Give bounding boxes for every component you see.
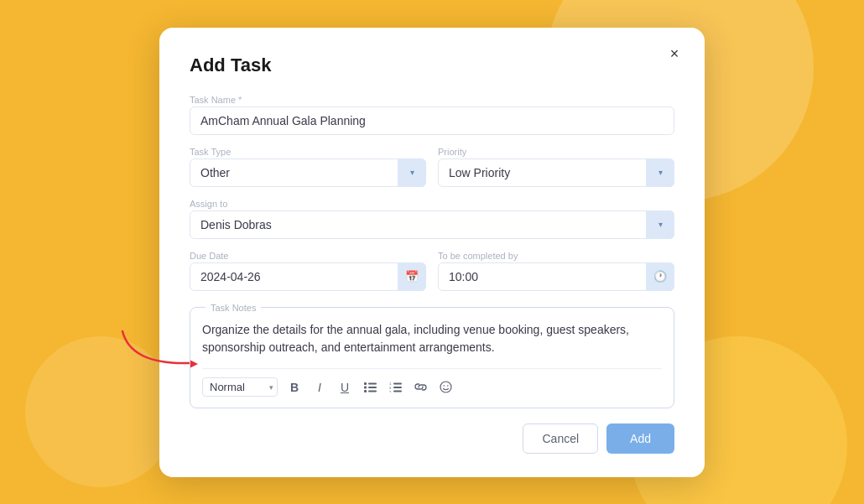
notes-toolbar: Normal Heading 1 Heading 2 B I U [202, 368, 662, 399]
due-date-input[interactable] [190, 262, 426, 291]
due-date-wrapper: 📅 [190, 262, 426, 291]
task-notes-fieldset: Task Notes Organize the details for the … [190, 303, 674, 408]
svg-rect-4 [368, 387, 377, 388]
cancel-button[interactable]: Cancel [523, 423, 598, 454]
svg-point-14 [443, 385, 445, 387]
priority-label: Priority [438, 147, 674, 157]
complete-by-label: To be completed by [438, 251, 674, 261]
svg-rect-10 [393, 387, 402, 388]
svg-rect-8 [393, 383, 402, 385]
complete-by-field: To be completed by 🕐 [438, 251, 674, 291]
svg-rect-3 [364, 387, 367, 389]
link-button[interactable] [409, 376, 432, 399]
close-button[interactable]: × [663, 43, 686, 66]
modal-overlay: × Add Task Task Name * Task Type Other M… [159, 28, 705, 477]
svg-text:3.: 3. [389, 390, 392, 393]
svg-point-13 [440, 382, 451, 392]
assign-to-select-wrapper: Denis Dobras ▾ [190, 210, 674, 239]
add-task-modal: × Add Task Task Name * Task Type Other M… [159, 28, 705, 477]
ordered-list-button[interactable]: 1. 2. 3. [383, 376, 407, 399]
task-notes-text: Organize the details for the annual gala… [202, 321, 662, 358]
due-date-label: Due Date [190, 251, 426, 261]
assign-to-select[interactable]: Denis Dobras [190, 210, 674, 239]
svg-rect-1 [364, 382, 367, 385]
format-select[interactable]: Normal Heading 1 Heading 2 [202, 377, 278, 397]
underline-button[interactable]: U [333, 376, 357, 399]
priority-select[interactable]: Low Priority Medium Priority High Priori… [438, 158, 674, 187]
italic-button[interactable]: I [308, 376, 331, 399]
priority-field: Priority Low Priority Medium Priority Hi… [438, 147, 674, 187]
task-name-label: Task Name * [190, 95, 674, 105]
task-name-field: Task Name * [190, 95, 674, 135]
modal-title: Add Task [190, 55, 674, 76]
task-type-field: Task Type Other Meeting Call ▾ [190, 147, 426, 187]
task-type-label: Task Type [190, 147, 426, 157]
task-type-select-wrapper: Other Meeting Call ▾ [190, 158, 426, 187]
svg-rect-2 [368, 383, 377, 385]
emoji-button[interactable] [434, 376, 457, 399]
task-type-select[interactable]: Other Meeting Call [190, 158, 426, 187]
svg-rect-6 [368, 391, 377, 392]
complete-by-wrapper: 🕐 [438, 262, 674, 291]
bullet-list-button[interactable] [358, 376, 382, 399]
bold-button[interactable]: B [283, 376, 306, 399]
svg-rect-12 [393, 391, 402, 392]
svg-point-15 [447, 385, 449, 387]
due-date-field: Due Date 📅 [190, 251, 426, 291]
assign-to-field: Assign to Denis Dobras ▾ [190, 199, 674, 239]
task-notes-legend: Task Notes [206, 303, 261, 313]
modal-footer: Cancel Add [190, 423, 674, 454]
add-button[interactable]: Add [606, 423, 674, 454]
svg-rect-5 [364, 390, 367, 392]
priority-select-wrapper: Low Priority Medium Priority High Priori… [438, 158, 674, 187]
complete-by-input[interactable] [438, 262, 674, 291]
assign-to-label: Assign to [190, 199, 674, 209]
task-name-input[interactable] [190, 107, 674, 135]
format-select-wrapper: Normal Heading 1 Heading 2 [202, 377, 278, 397]
